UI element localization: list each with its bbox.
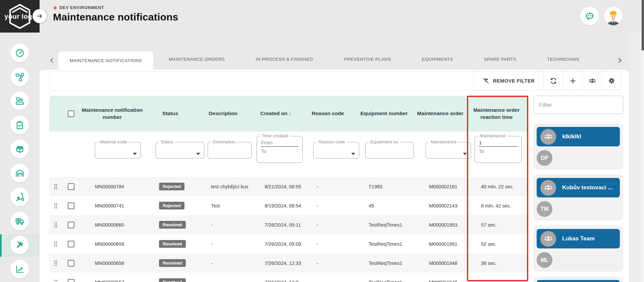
scrollbar-thumb[interactable] xyxy=(642,0,644,50)
team-card-partial xyxy=(533,277,623,282)
sidebar-item-analytics[interactable] xyxy=(10,260,29,278)
tab-maintenance-orders[interactable]: MAINTENANCE ORDERS xyxy=(153,49,240,70)
chatbot-button[interactable] xyxy=(580,7,599,25)
add-button[interactable] xyxy=(563,72,582,90)
filter-material-code[interactable]: Material code xyxy=(95,142,141,158)
filter-time-created[interactable]: Time created From To xyxy=(257,136,303,163)
cell-status: Resolved xyxy=(144,278,196,282)
team-header[interactable]: Lukas Team xyxy=(537,229,620,248)
refresh-button[interactable] xyxy=(543,72,563,90)
tabs-scroll-left-button[interactable] xyxy=(48,56,56,65)
tab-spare-parts[interactable]: SPARE PARTS xyxy=(469,49,532,70)
filter-maintenance-order[interactable]: Maintenance xyxy=(426,142,471,158)
column-header-description[interactable]: Description xyxy=(196,110,250,117)
row-checkbox[interactable] xyxy=(68,260,74,267)
cell-status: Rejected xyxy=(144,183,196,190)
sidebar-item-workflow[interactable] xyxy=(10,68,29,86)
user-menu-button[interactable] xyxy=(604,7,623,25)
dropdown-caret-icon xyxy=(463,153,467,155)
sidebar-item-production[interactable] xyxy=(10,92,29,110)
sidebar-item-handling[interactable] xyxy=(10,188,29,206)
cell-reason: - xyxy=(302,203,354,208)
refresh-icon xyxy=(550,77,557,85)
chevron-left-icon xyxy=(49,58,55,63)
cell-reason: - xyxy=(302,184,354,189)
row-checkbox[interactable] xyxy=(68,241,74,247)
filter-description[interactable]: Description xyxy=(208,142,252,158)
cell-created: 8/19/2024, 08:54 ... xyxy=(250,203,302,208)
cell-equipment: TestReqTimes1 xyxy=(354,261,414,266)
filter-status[interactable]: Status xyxy=(156,142,204,158)
column-header-created[interactable]: Created on ↓ xyxy=(250,110,302,117)
row-checkbox[interactable] xyxy=(68,222,74,228)
filter-reaction-time[interactable]: Maintenance 1 To xyxy=(475,136,522,163)
cell-number: MN00000741 xyxy=(80,203,144,208)
cell-reaction: 52 sec. xyxy=(466,241,527,247)
sidebar-item-maintenance[interactable] xyxy=(10,236,29,254)
drag-handle[interactable] xyxy=(54,279,58,282)
drag-handle[interactable] xyxy=(54,241,58,247)
column-header-reason[interactable]: Reason code xyxy=(302,110,354,117)
filter-equipment-number[interactable]: Equipment nu xyxy=(365,142,414,158)
tabs-scroll-right-button[interactable] xyxy=(615,56,624,65)
sort-desc-icon[interactable]: ↓ xyxy=(289,110,291,116)
filter-reason-code[interactable]: Reason code xyxy=(313,142,359,158)
hand-truck-icon xyxy=(15,192,24,202)
team-header[interactable] xyxy=(537,280,620,282)
tab-in-process-finished[interactable]: IN PROCESS & FINISHED xyxy=(240,49,328,70)
cell-created: 8/21/2024, 06:55 ... xyxy=(250,184,302,189)
drag-handle[interactable] xyxy=(54,260,58,266)
team-header[interactable]: Kubův testovací ... xyxy=(537,178,620,197)
sidebar-item-delivery[interactable] xyxy=(10,212,29,230)
sidebar-item-tasks[interactable] xyxy=(10,116,29,134)
warehouse-icon xyxy=(15,169,24,178)
cell-order: M000002161 xyxy=(414,184,466,189)
package-icon xyxy=(15,144,24,154)
table-header-row: Maintenance notification number Status D… xyxy=(49,96,527,132)
drag-handle[interactable] xyxy=(54,222,58,228)
sidebar-active-bar xyxy=(0,234,2,257)
cell-equipment: TestReqTimes1 xyxy=(354,241,414,247)
status-badge: Resolved xyxy=(159,259,186,267)
sidebar-item-warehouse[interactable] xyxy=(10,164,29,182)
column-header-equipment[interactable]: Equipment number xyxy=(354,110,414,117)
cell-reason: - xyxy=(302,280,354,282)
cell-number: MN00000660 xyxy=(80,222,144,228)
tab-maintenance-notifications[interactable]: MAINTENANCE NOTIFICATIONS xyxy=(58,51,153,70)
settings-button[interactable] xyxy=(602,72,621,90)
tab-preventive-plans[interactable]: PREVENTIVE PLANS xyxy=(328,49,406,70)
analytics-chart-icon xyxy=(15,265,24,274)
cell-order: M000001951 xyxy=(414,241,466,247)
teams-button[interactable] xyxy=(582,72,602,90)
member-avatar: DP xyxy=(537,150,552,166)
column-header-order[interactable]: Maintenance order xyxy=(414,110,466,117)
tab-technicians[interactable]: TECHNICIANS xyxy=(532,49,595,70)
sidebar-item-dashboard[interactable] xyxy=(10,44,29,62)
column-header-status[interactable]: Status xyxy=(144,110,196,117)
chatbot-icon xyxy=(584,11,595,21)
sidebar-item-packages[interactable] xyxy=(10,140,29,158)
column-header-reaction[interactable]: Maintenance order reaction time xyxy=(466,107,527,121)
select-all-checkbox[interactable] xyxy=(68,110,74,117)
row-checkbox[interactable] xyxy=(68,183,74,190)
table-toolbar: REMOVE FILTER xyxy=(49,71,622,90)
column-header-number[interactable]: Maintenance notification number xyxy=(80,107,144,121)
teams-filter-input[interactable] xyxy=(533,96,623,114)
time-created-to-input[interactable]: To xyxy=(257,147,302,154)
reaction-to-input[interactable]: To xyxy=(475,147,521,154)
tab-equipments[interactable]: EQUIPMENTS xyxy=(406,49,468,70)
row-checkbox[interactable] xyxy=(68,202,74,209)
member-avatar: TM xyxy=(537,201,552,217)
remove-filter-button[interactable]: REMOVE FILTER xyxy=(473,72,543,90)
sidebar-collapse-button[interactable] xyxy=(33,9,47,23)
cell-number: MN00000657 xyxy=(80,280,144,282)
row-checkbox[interactable] xyxy=(68,279,74,282)
drag-handle[interactable] xyxy=(54,184,58,190)
cell-description: - xyxy=(196,261,250,266)
cell-order: M000001953 xyxy=(414,222,466,228)
team-group-icon xyxy=(540,231,556,247)
drag-handle[interactable] xyxy=(54,203,58,209)
environment-banner: DEV ENVIRONMENT xyxy=(54,5,104,10)
cell-description: - xyxy=(196,222,250,228)
team-header[interactable]: klklklkl xyxy=(537,127,620,146)
